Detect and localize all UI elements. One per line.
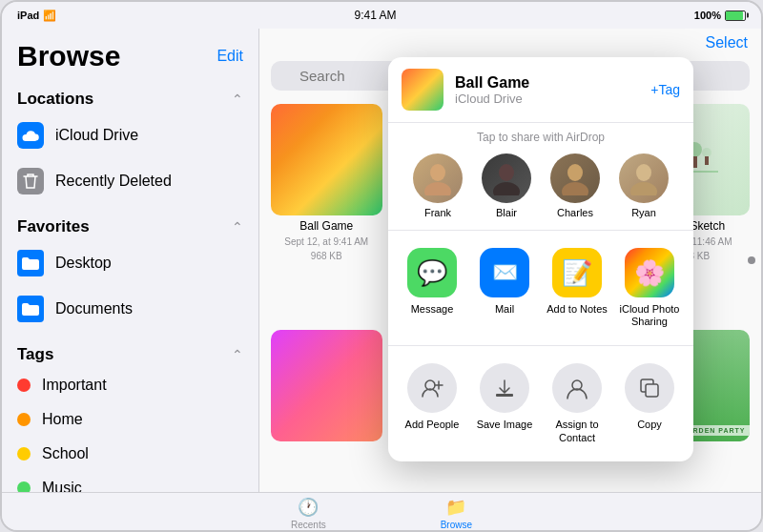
sidebar-item-recently-deleted[interactable]: Recently Deleted bbox=[2, 158, 258, 204]
copy-icon bbox=[625, 363, 674, 413]
svg-point-7 bbox=[430, 164, 445, 181]
action-photos-label: iCloud Photo Sharing bbox=[617, 303, 682, 328]
battery-icon bbox=[725, 10, 746, 21]
action-add-people-label: Add People bbox=[405, 419, 460, 431]
airdrop-contacts: Frank Blair bbox=[388, 150, 693, 230]
action-notes[interactable]: 📝 Add to Notes bbox=[541, 242, 613, 334]
tag-item-important[interactable]: Important bbox=[2, 368, 258, 402]
share-actions-row1: 💬 Message ✉️ Mail 📝 Add to Notes 🌸 iClou… bbox=[388, 230, 693, 345]
favorites-header: Favorites ⌃ bbox=[2, 214, 258, 240]
svg-point-9 bbox=[499, 164, 514, 181]
tag-label-home: Home bbox=[42, 411, 83, 428]
share-info: Ball Game iCloud Drive bbox=[455, 74, 639, 106]
filemeta-ballgame: Sept 12, at 9:41 AM bbox=[284, 236, 368, 247]
main-layout: Browse Edit Locations ⌃ iCloud Drive bbox=[2, 29, 761, 492]
documents-label: Documents bbox=[55, 300, 133, 317]
status-time: 9:41 AM bbox=[355, 9, 397, 22]
tag-item-school[interactable]: School bbox=[2, 437, 258, 471]
sidebar-edit-button[interactable]: Edit bbox=[217, 48, 243, 65]
notes-icon: 📝 bbox=[552, 248, 602, 297]
svg-point-13 bbox=[636, 164, 651, 181]
mail-icon: ✉️ bbox=[480, 248, 529, 297]
locations-label: Locations bbox=[17, 90, 93, 109]
filesize-ballgame: 968 KB bbox=[311, 251, 342, 261]
action-copy[interactable]: Copy bbox=[613, 358, 686, 449]
tab-bar: 🕐 Recents 📁 Browse bbox=[2, 492, 761, 532]
share-file-name: Ball Game bbox=[455, 74, 639, 92]
locations-chevron: ⌃ bbox=[232, 92, 243, 107]
documents-folder-icon bbox=[17, 296, 44, 322]
sidebar-item-icloud[interactable]: iCloud Drive bbox=[2, 113, 258, 158]
tag-item-home[interactable]: Home bbox=[2, 402, 258, 437]
tags-header: Tags ⌃ bbox=[2, 341, 258, 368]
share-file-thumb bbox=[402, 69, 443, 111]
action-photos[interactable]: 🌸 iCloud Photo Sharing bbox=[613, 242, 686, 334]
status-left: iPad 📶 bbox=[17, 10, 56, 22]
contact-ryan[interactable]: Ryan bbox=[619, 153, 669, 218]
icloud-icon bbox=[17, 122, 44, 149]
sidebar-item-desktop[interactable]: Desktop bbox=[2, 240, 258, 286]
avatar-charles bbox=[550, 153, 600, 203]
avatar-ryan bbox=[619, 153, 669, 203]
share-actions-row2: Add People Save Image bbox=[388, 345, 693, 460]
wifi-icon: 📶 bbox=[43, 10, 56, 22]
desktop-folder-icon bbox=[17, 250, 44, 276]
action-mail[interactable]: ✉️ Mail bbox=[468, 242, 541, 334]
thumb-ballgame bbox=[271, 104, 382, 215]
tag-item-music[interactable]: Music bbox=[2, 471, 258, 492]
contact-charles-name: Charles bbox=[557, 207, 593, 218]
tab-browse-label: Browse bbox=[441, 520, 472, 530]
recently-deleted-label: Recently Deleted bbox=[55, 173, 172, 190]
select-button[interactable]: Select bbox=[706, 34, 748, 51]
tag-dot-music bbox=[17, 481, 31, 492]
file-card-ballgame[interactable]: Ball Game Sept 12, at 9:41 AM 968 KB bbox=[271, 104, 382, 318]
svg-rect-20 bbox=[646, 384, 658, 397]
drag-handle[interactable] bbox=[748, 256, 755, 264]
contact-ryan-name: Ryan bbox=[631, 207, 656, 218]
status-right: 100% bbox=[694, 10, 746, 21]
svg-point-5 bbox=[702, 148, 711, 157]
sidebar-title: Browse bbox=[17, 40, 120, 72]
recents-icon: 🕐 bbox=[298, 497, 319, 518]
tag-dot-home bbox=[17, 413, 31, 426]
action-add-people[interactable]: Add People bbox=[396, 358, 468, 449]
contact-charles[interactable]: Charles bbox=[550, 153, 600, 218]
action-copy-label: Copy bbox=[637, 419, 662, 431]
browse-icon: 📁 bbox=[445, 497, 466, 518]
ipad-label: iPad bbox=[17, 10, 39, 21]
file-card-floral[interactable] bbox=[271, 330, 382, 492]
share-file-location: iCloud Drive bbox=[455, 92, 639, 106]
svg-rect-18 bbox=[496, 394, 513, 397]
tab-browse[interactable]: 📁 Browse bbox=[441, 497, 472, 530]
share-sheet: Ball Game iCloud Drive +Tag Tap to share… bbox=[388, 57, 693, 461]
tag-label-important: Important bbox=[42, 377, 107, 394]
status-bar: iPad 📶 9:41 AM 100% bbox=[2, 2, 761, 29]
svg-point-10 bbox=[493, 182, 520, 195]
assign-contact-icon bbox=[552, 363, 602, 413]
tab-recents[interactable]: 🕐 Recents bbox=[291, 497, 326, 530]
action-assign-contact[interactable]: Assign to Contact bbox=[541, 358, 613, 449]
favorites-label: Favorites bbox=[17, 217, 90, 236]
contact-blair[interactable]: Blair bbox=[482, 153, 531, 218]
share-tag-button[interactable]: +Tag bbox=[650, 82, 680, 97]
action-message[interactable]: 💬 Message bbox=[396, 242, 468, 334]
action-save-image[interactable]: Save Image bbox=[468, 358, 541, 449]
locations-header: Locations ⌃ bbox=[2, 86, 258, 113]
action-message-label: Message bbox=[411, 303, 454, 316]
svg-point-11 bbox=[567, 164, 583, 181]
sidebar-item-documents[interactable]: Documents bbox=[2, 286, 258, 332]
content-area: Select 🔍 Ball Game Sept 12, at 9:41 AM 9… bbox=[259, 29, 761, 492]
contact-blair-name: Blair bbox=[496, 207, 517, 218]
tag-dot-school bbox=[17, 447, 31, 460]
avatar-frank bbox=[413, 153, 463, 203]
contact-frank-name: Frank bbox=[424, 207, 451, 218]
favorites-section: Favorites ⌃ Desktop Documents bbox=[2, 204, 258, 332]
svg-point-8 bbox=[424, 182, 451, 195]
trash-icon bbox=[17, 168, 44, 194]
tag-label-school: School bbox=[42, 445, 89, 462]
icloud-label: iCloud Drive bbox=[55, 127, 138, 144]
contact-frank[interactable]: Frank bbox=[413, 153, 463, 218]
save-image-icon bbox=[480, 363, 529, 413]
action-notes-label: Add to Notes bbox=[546, 303, 608, 316]
svg-point-12 bbox=[562, 182, 588, 195]
